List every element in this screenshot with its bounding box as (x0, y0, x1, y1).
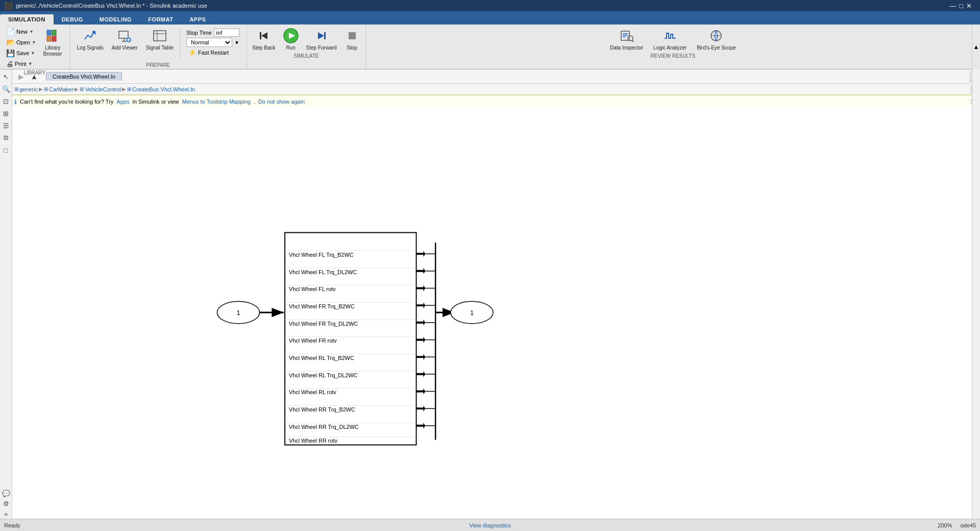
step-back-icon (256, 28, 272, 44)
maximize-btn[interactable]: □ (959, 2, 963, 10)
mapping-link[interactable]: Menus to Toolstrip Mapping (182, 99, 251, 105)
close-btn[interactable]: ✕ (966, 2, 972, 10)
new-label: New (16, 29, 28, 35)
canvas-area[interactable]: 1 Vhcl Wheel FL Trq_B2WC Vhcl Wheel FL T… (12, 106, 980, 519)
stop-time-input[interactable] (214, 29, 239, 37)
step-back-button[interactable]: Step Back (249, 27, 279, 52)
run-label: Run (286, 45, 295, 51)
stop-label: Stop (347, 45, 357, 51)
svg-rect-2 (47, 36, 51, 41)
input-label: 1 (236, 309, 240, 317)
breadcrumb-createbus[interactable]: ⊞ CreateBus Vhcl.Wheel.In (127, 86, 195, 92)
simulate-top: Step Back Run Step Forwa (249, 27, 363, 52)
zoom-level: 200% (938, 522, 952, 528)
ribbon-tabs: SIMULATION DEBUG MODELING FORMAT APPS (0, 11, 980, 25)
dropdown-arrow[interactable]: ▼ (234, 40, 239, 45)
forward-button[interactable]: ▶ (15, 71, 27, 82)
signal-11: Vhcl Wheel RR rotv (289, 438, 337, 444)
data-inspector-button[interactable]: Data Inspector (607, 27, 646, 52)
review-group-label: REVIEW RESULTS (651, 53, 696, 59)
svg-rect-15 (260, 32, 261, 39)
stop-icon (344, 28, 360, 44)
logic-analyzer-icon (662, 28, 678, 44)
open-dropdown-icon[interactable]: ▼ (32, 40, 36, 45)
diagnostics-link[interactable]: View diagnostics (469, 522, 511, 528)
info-icon: ℹ (14, 98, 17, 106)
birds-eye-icon (708, 28, 724, 44)
status-right: 200% ode45 (652, 522, 976, 528)
zoom-in-tool[interactable]: 🔍 (1, 84, 11, 94)
save-button[interactable]: 💾 Save ▼ (4, 48, 38, 58)
settings-tool[interactable]: ⚙ (1, 498, 11, 509)
step-back-label: Step Back (252, 45, 276, 51)
fast-restart-button[interactable]: ⚡ Fast Restart (186, 48, 239, 57)
up-button[interactable]: ▲ (29, 71, 40, 82)
svg-point-4 (92, 31, 95, 34)
tab-simulation[interactable]: SIMULATION (0, 14, 54, 25)
tab-debug[interactable]: DEBUG (54, 14, 91, 25)
tab-apps[interactable]: APPS (181, 14, 214, 25)
tab-format[interactable]: FORMAT (140, 14, 181, 25)
step-forward-label: Step Forward (306, 45, 337, 51)
svg-rect-0 (47, 30, 51, 35)
output-label: 1 (470, 309, 474, 317)
signal-table-button[interactable]: Signal Table (143, 27, 177, 52)
fit-tool[interactable]: ⊡ (1, 96, 11, 106)
save-icon: 💾 (6, 49, 15, 57)
arrow-0 (416, 251, 426, 257)
layers-tool[interactable]: ⧉ (1, 133, 11, 143)
title-bar-left: ⬛ generic/../VehicleControl/CreateBus Vh… (4, 2, 207, 10)
file-group-content: 📄 New ▼ 📂 Open ▼ 💾 Save ▼ 🖨 Print (4, 27, 65, 69)
stop-button[interactable]: Stop (341, 27, 363, 52)
list-tool[interactable]: ☰ (1, 120, 11, 131)
grid-tool[interactable]: ⊞ (1, 108, 11, 118)
ribbon: 📄 New ▼ 📂 Open ▼ 💾 Save ▼ 🖨 Print (0, 25, 980, 69)
dismiss-link[interactable]: Do not show again (258, 99, 305, 105)
review-group: Data Inspector Logic Analyzer (366, 25, 980, 69)
status-center: View diagnostics (328, 522, 652, 528)
signal-5: Vhcl Wheel FR rotv (289, 337, 337, 344)
breadcrumb-generic-icon: ⊞ (14, 86, 18, 92)
mode-dropdown[interactable]: Normal (186, 38, 232, 47)
print-dropdown-icon[interactable]: ▼ (28, 61, 33, 66)
minimize-btn[interactable]: — (949, 2, 956, 10)
arrow-3 (416, 302, 426, 308)
breadcrumb-createbus-icon: ⊞ (127, 86, 131, 92)
svg-rect-19 (324, 32, 326, 39)
rect-tool[interactable]: □ (1, 145, 11, 155)
signal-table-icon (152, 28, 168, 44)
status-bar: Ready View diagnostics 200% ode45 (0, 519, 980, 531)
run-button[interactable]: Run (280, 27, 302, 52)
save-dropdown-icon[interactable]: ▼ (31, 51, 35, 56)
breadcrumb-generic[interactable]: ⊞ generic (14, 86, 38, 92)
open-button[interactable]: 📂 Open ▼ (4, 37, 38, 47)
comment-tool[interactable]: 💬 (1, 488, 11, 498)
arrow-2 (416, 285, 426, 292)
svg-marker-18 (318, 32, 324, 39)
logic-analyzer-button[interactable]: Logic Analyzer (650, 27, 690, 52)
apps-link[interactable]: Apps (116, 99, 129, 105)
cursor-tool[interactable]: ↖ (1, 71, 11, 82)
new-dropdown-icon[interactable]: ▼ (29, 29, 34, 34)
info-middle: in Simulink or view (132, 99, 179, 105)
breadcrumb-vehiclecontrol[interactable]: ⊞ VehicleControl (80, 86, 121, 92)
title-text: generic/../VehicleControl/CreateBus Vhcl… (16, 3, 207, 9)
file-small-btns: 📄 New ▼ 📂 Open ▼ 💾 Save ▼ 🖨 Print (4, 27, 38, 69)
tab-modeling[interactable]: MODELING (91, 14, 140, 25)
arrow-9 (416, 405, 426, 412)
step-forward-button[interactable]: Step Forward (303, 27, 340, 52)
expand-tool[interactable]: » (1, 509, 11, 519)
new-button[interactable]: 📄 New ▼ (4, 27, 38, 37)
breadcrumb-carmaker[interactable]: ⊞ CarMaker (44, 86, 74, 92)
signal-9: Vhcl Wheel RR Trq_B2WC (289, 406, 355, 413)
diagram-tab[interactable]: CreateBus Vhcl.Wheel.In (46, 72, 122, 81)
signal-0: Vhcl Wheel FL Trq_B2WC (289, 252, 354, 258)
ribbon-collapse-btn[interactable]: ▲ (972, 25, 980, 69)
birds-eye-scope-button[interactable]: Bird's-Eye Scope (694, 27, 739, 52)
print-label: Print (15, 61, 27, 67)
log-signals-button[interactable]: Log Signals (74, 27, 107, 52)
add-viewer-button[interactable]: Add Viewer (109, 27, 141, 52)
print-button[interactable]: 🖨 Print ▼ (4, 59, 38, 69)
library-browser-button[interactable]: LibraryBrowser (40, 27, 65, 58)
fast-restart-label: Fast Restart (198, 50, 229, 56)
